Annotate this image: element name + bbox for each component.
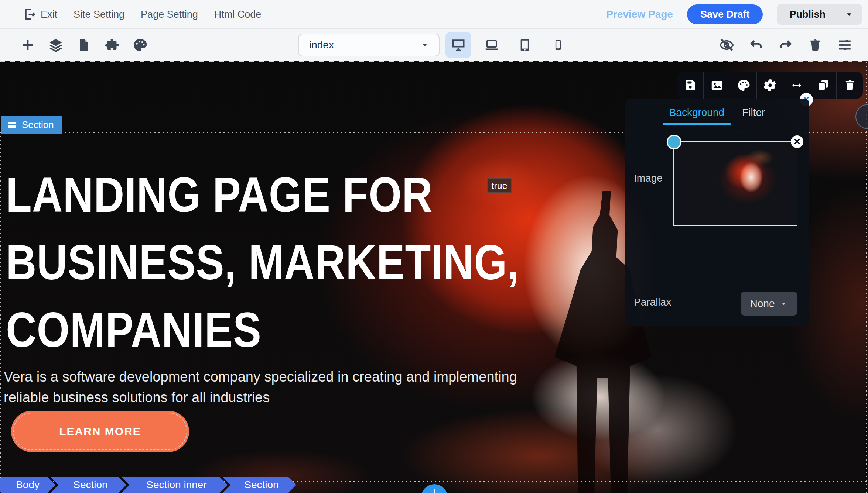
save-draft-button[interactable]: Save Draft <box>687 4 763 24</box>
image-icon <box>710 78 724 92</box>
settings-button[interactable] <box>836 35 853 55</box>
tab-filter[interactable]: Filter <box>742 107 765 125</box>
page-select-value: index <box>309 39 334 51</box>
breadcrumb-item-section-inner[interactable]: Section inner <box>121 477 228 493</box>
duplicate-icon <box>817 79 830 92</box>
desktop-icon <box>450 37 467 53</box>
eye-off-icon <box>718 37 735 53</box>
phone-icon <box>551 38 565 52</box>
hero-paragraph-line: reliable business solutions for all indu… <box>4 387 517 408</box>
device-phone-button[interactable] <box>545 32 571 58</box>
page-icon <box>77 38 90 52</box>
undo-button[interactable] <box>748 35 765 55</box>
trash-icon <box>844 79 856 92</box>
image-remove-button[interactable]: ✕ <box>791 135 803 148</box>
hero-heading[interactable]: LANDING PAGE FOR BUSINESS, MARKETING, CO… <box>6 161 603 364</box>
parallax-dropdown[interactable]: None <box>741 292 797 316</box>
image-drag-handle[interactable] <box>667 135 681 149</box>
select-caret-icon <box>420 41 429 49</box>
delete-section-button[interactable] <box>836 72 863 99</box>
section-left-dotted-border <box>0 132 1 493</box>
publish-caret-icon[interactable] <box>836 10 862 19</box>
laptop-icon <box>483 37 500 53</box>
undo-icon <box>748 37 764 53</box>
editor-toolbar: index <box>0 29 868 61</box>
redo-icon <box>778 37 793 53</box>
hero-heading-line: BUSINESS, MARKETING, <box>6 229 519 296</box>
layers-icon <box>48 37 64 53</box>
exit-button[interactable]: Exit <box>24 8 57 21</box>
device-desktop-button[interactable] <box>445 32 471 58</box>
breadcrumb-item-body[interactable]: Body <box>0 477 55 493</box>
add-icon <box>20 38 35 52</box>
change-image-button[interactable] <box>703 72 730 99</box>
add-element-button[interactable] <box>19 35 36 55</box>
hidden-elements-button[interactable] <box>718 35 735 55</box>
exit-icon <box>24 8 37 21</box>
breadcrumb-item-section[interactable]: Section <box>50 477 126 493</box>
section-badge-label: Section <box>22 119 54 131</box>
page-canvas: Section LANDING PAGE FOR BUSINESS, MARKE… <box>0 61 868 493</box>
image-field-label: Image <box>634 172 663 184</box>
style-button[interactable] <box>730 72 756 99</box>
save-block-icon <box>683 79 697 92</box>
element-breadcrumb: Body Section Section inner Section <box>0 477 296 493</box>
site-setting-button[interactable]: Site Setting <box>74 9 124 20</box>
device-laptop-button[interactable] <box>479 32 505 58</box>
background-image-preview[interactable] <box>673 141 797 226</box>
learn-more-label: LEARN MORE <box>59 425 141 438</box>
background-popover: Background Filter Image ✕ Parallax None <box>625 99 809 326</box>
device-tablet-button[interactable] <box>512 32 538 58</box>
preview-page-link[interactable]: Preview Page <box>606 8 673 20</box>
section-badge[interactable]: Section <box>1 116 62 134</box>
exit-label: Exit <box>41 9 57 20</box>
gear-icon <box>763 78 777 92</box>
sliders-icon <box>837 37 852 53</box>
layers-button[interactable] <box>47 35 64 55</box>
blocks-icon <box>104 37 120 53</box>
resize-horizontal-icon <box>790 78 804 92</box>
duplicate-button[interactable] <box>810 72 836 99</box>
hero-heading-line: COMPANIES <box>6 296 519 364</box>
blocks-button[interactable] <box>103 35 120 55</box>
trash-icon <box>808 38 822 52</box>
value-tooltip-text: true <box>491 180 507 191</box>
save-block-button[interactable] <box>677 72 703 99</box>
top-menu-bar: Exit Site Setting Page Setting Html Code… <box>0 0 868 29</box>
page-select-dropdown[interactable]: index <box>298 34 440 56</box>
parallax-caret-icon <box>780 300 788 308</box>
hero-heading-line: LANDING PAGE FOR <box>6 161 519 229</box>
pages-button[interactable] <box>75 35 92 55</box>
tablet-icon <box>517 37 533 53</box>
hero-paragraph[interactable]: Vera is a software development company s… <box>4 366 517 408</box>
theme-colors-button[interactable] <box>131 35 148 55</box>
section-icon <box>7 120 17 130</box>
palette-icon <box>132 37 148 53</box>
page-setting-button[interactable]: Page Setting <box>141 9 198 20</box>
redo-button[interactable] <box>777 35 794 55</box>
hero-paragraph-line: Vera is a software development company s… <box>4 366 517 387</box>
canvas-top-dashed-border <box>0 61 868 62</box>
delete-button[interactable] <box>807 35 824 55</box>
section-selection-toolbar <box>677 72 863 99</box>
section-settings-button[interactable] <box>756 72 783 99</box>
background-image-thumbnail <box>675 143 796 225</box>
learn-more-button[interactable]: LEARN MORE <box>11 411 189 452</box>
palette-icon <box>737 78 751 92</box>
html-code-button[interactable]: Html Code <box>214 9 262 20</box>
value-tooltip: true <box>487 178 512 193</box>
parallax-value: None <box>750 298 775 310</box>
tab-background[interactable]: Background <box>669 107 724 125</box>
breadcrumb-item-section-2[interactable]: Section <box>222 477 296 493</box>
publish-button[interactable]: Publish <box>777 4 862 25</box>
publish-label: Publish <box>777 9 836 20</box>
page-builder-app: Exit Site Setting Page Setting Html Code… <box>0 0 868 493</box>
parallax-field-label: Parallax <box>634 296 671 308</box>
